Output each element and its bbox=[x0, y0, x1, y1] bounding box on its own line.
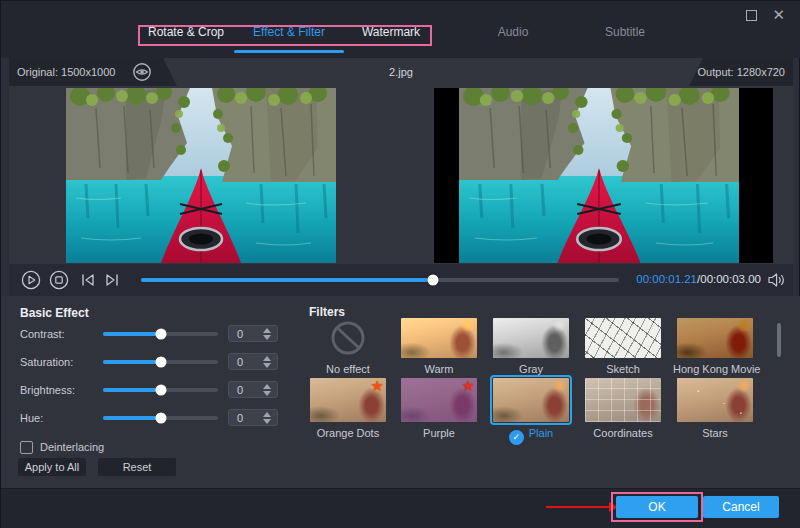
reset-button[interactable]: Reset bbox=[98, 458, 176, 476]
filter-orange-dots[interactable]: ★ Orange Dots bbox=[306, 378, 390, 439]
hue-slider[interactable] bbox=[103, 416, 218, 420]
filter-thumbnail bbox=[401, 318, 477, 358]
titlebar: Rotate & Crop Effect & Filter Watermark … bbox=[1, 1, 800, 58]
filter-warm[interactable]: Warm bbox=[397, 318, 481, 375]
tab-audio[interactable]: Audio bbox=[498, 25, 529, 39]
filter-thumbnail: ★ bbox=[401, 378, 477, 422]
preview-area: 2.jpg Original: 1500x1000 Output: 1280x7… bbox=[9, 58, 793, 264]
deinterlacing-label: Deinterlacing bbox=[40, 441, 104, 453]
filter-label: Purple bbox=[397, 427, 481, 439]
hue-spinbox[interactable]: 0 bbox=[228, 409, 278, 426]
saturation-slider[interactable] bbox=[103, 360, 218, 364]
filter-hong-kong-movie[interactable]: Hong Kong Movie bbox=[673, 318, 757, 375]
filter-coordinates[interactable]: Coordinates bbox=[581, 378, 665, 439]
seek-bar[interactable] bbox=[141, 278, 619, 282]
filter-label: Orange Dots bbox=[306, 427, 390, 439]
saturation-spinbox[interactable]: 0 bbox=[228, 353, 278, 370]
brightness-spinbox[interactable]: 0 bbox=[228, 381, 278, 398]
hue-spinner-arrows[interactable] bbox=[263, 412, 271, 424]
filter-thumbnail bbox=[493, 318, 569, 358]
stop-button[interactable] bbox=[49, 270, 69, 290]
apply-to-all-button[interactable]: Apply to All bbox=[18, 458, 86, 476]
deinterlacing-checkbox[interactable] bbox=[20, 441, 33, 454]
previous-frame-button[interactable] bbox=[79, 270, 99, 290]
contrast-value: 0 bbox=[237, 328, 243, 340]
filter-thumbnail bbox=[677, 318, 753, 358]
hue-value: 0 bbox=[237, 412, 243, 424]
filter-thumbnail bbox=[677, 378, 753, 422]
filter-label: Stars bbox=[673, 427, 757, 439]
filter-thumbnail: ★ bbox=[310, 378, 386, 422]
output-preview-image bbox=[459, 88, 739, 263]
filter-label: No effect bbox=[306, 363, 390, 375]
output-size-tab: Output: 1280x720 bbox=[689, 58, 793, 86]
brightness-label: Brightness: bbox=[20, 384, 75, 396]
output-size-label: Output: 1280x720 bbox=[698, 66, 785, 78]
tab-rotate-crop[interactable]: Rotate & Crop bbox=[148, 25, 224, 39]
filter-stars[interactable]: Stars bbox=[673, 378, 757, 439]
star-icon: ★ bbox=[371, 377, 384, 395]
original-size-tab: Original: 1500x1000 bbox=[9, 58, 177, 86]
hue-label: Hue: bbox=[20, 412, 43, 424]
contrast-spinner-arrows[interactable] bbox=[263, 328, 271, 340]
star-icon: ★ bbox=[462, 377, 475, 395]
cancel-button[interactable]: Cancel bbox=[703, 496, 779, 518]
saturation-value: 0 bbox=[237, 356, 243, 368]
filters-scrollbar[interactable] bbox=[777, 323, 781, 357]
player-progress-fill bbox=[141, 278, 433, 282]
filter-label: Sketch bbox=[581, 363, 665, 375]
filter-label: Gray bbox=[489, 363, 573, 375]
annotation-arrow bbox=[546, 506, 610, 508]
brightness-spinner-arrows[interactable] bbox=[263, 384, 271, 396]
footer-bar: OK Cancel bbox=[1, 488, 800, 528]
filter-label: Warm bbox=[397, 363, 481, 375]
current-time: 00:00:01.21 bbox=[636, 273, 697, 285]
play-button[interactable] bbox=[21, 270, 41, 290]
filter-no-effect[interactable]: No effect bbox=[306, 318, 390, 375]
time-display: 00:00:01.21/00:00:03.00 bbox=[636, 273, 761, 285]
filter-plain[interactable]: ✓Plain bbox=[489, 378, 573, 445]
filter-thumbnail bbox=[585, 318, 661, 358]
brightness-slider[interactable] bbox=[103, 388, 218, 392]
filter-gray[interactable]: Gray bbox=[489, 318, 573, 375]
close-icon[interactable]: ✕ bbox=[772, 8, 785, 22]
basic-effect-title: Basic Effect bbox=[20, 306, 89, 320]
tab-effect-filter[interactable]: Effect & Filter bbox=[253, 25, 325, 39]
total-time: 00:00:03.00 bbox=[700, 273, 761, 285]
saturation-spinner-arrows[interactable] bbox=[263, 356, 271, 368]
volume-icon[interactable] bbox=[767, 272, 785, 288]
saturation-label: Saturation: bbox=[20, 356, 73, 368]
contrast-spinbox[interactable]: 0 bbox=[228, 325, 278, 342]
player-bar: 00:00:01.21/00:00:03.00 bbox=[9, 264, 793, 296]
selected-check-icon: ✓ bbox=[509, 430, 524, 445]
output-preview-viewport bbox=[434, 88, 773, 263]
tab-subtitle[interactable]: Subtitle bbox=[605, 25, 645, 39]
edit-dialog: Rotate & Crop Effect & Filter Watermark … bbox=[0, 0, 800, 528]
no-effect-icon bbox=[310, 318, 386, 358]
filter-purple[interactable]: ★ Purple bbox=[397, 378, 481, 439]
original-size-label: Original: 1500x1000 bbox=[17, 66, 115, 78]
maximize-icon[interactable] bbox=[746, 10, 757, 21]
filter-sketch[interactable]: Sketch bbox=[581, 318, 665, 375]
active-tab-underline bbox=[234, 50, 344, 53]
tab-watermark[interactable]: Watermark bbox=[362, 25, 420, 39]
filter-label: Coordinates bbox=[581, 427, 665, 439]
contrast-slider[interactable] bbox=[103, 332, 218, 336]
filters-title: Filters bbox=[309, 305, 345, 319]
ok-button[interactable]: OK bbox=[616, 496, 698, 518]
player-progress-thumb[interactable] bbox=[427, 275, 438, 286]
filter-label: Hong Kong Movie bbox=[673, 363, 757, 375]
preview-compare-eye-icon[interactable] bbox=[131, 62, 153, 82]
filter-thumbnail bbox=[585, 378, 661, 422]
original-preview-image bbox=[66, 88, 336, 263]
brightness-value: 0 bbox=[237, 384, 243, 396]
next-frame-button[interactable] bbox=[103, 270, 123, 290]
filter-thumbnail bbox=[493, 378, 569, 422]
contrast-label: Contrast: bbox=[20, 328, 65, 340]
filter-label: ✓Plain bbox=[489, 427, 573, 445]
effects-panel: Basic Effect Contrast: 0 Saturation: 0 B… bbox=[1, 296, 800, 488]
